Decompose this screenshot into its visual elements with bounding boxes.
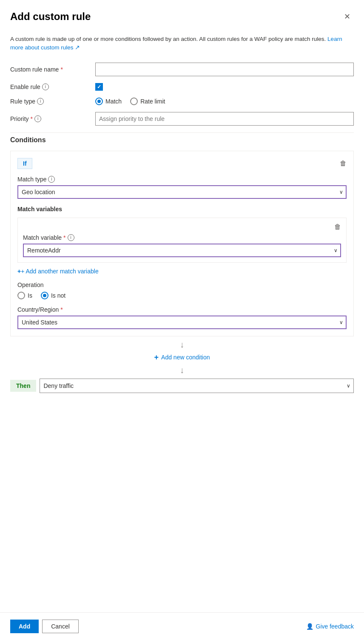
panel-title: Add custom rule: [10, 11, 91, 23]
panel-header: Add custom rule ✕: [0, 0, 364, 28]
feedback-person-icon: 👤: [306, 623, 313, 630]
panel-footer: Add Cancel 👤 Give feedback: [0, 612, 364, 640]
rule-type-options: Match Rate limit: [95, 98, 354, 105]
priority-input-wrap: [95, 112, 354, 126]
cancel-button[interactable]: Cancel: [42, 620, 79, 633]
then-row: Then Deny traffic Allow traffic Log Redi…: [10, 379, 354, 393]
footer-actions: Add Cancel: [10, 620, 79, 633]
is-radio-label: Is: [28, 292, 32, 299]
add-custom-rule-panel: Add custom rule ✕ A custom rule is made …: [0, 0, 364, 640]
enable-rule-row: Enable rule i: [10, 83, 354, 91]
match-variable-required: *: [63, 234, 65, 241]
panel-description: A custom rule is made up of one or more …: [10, 35, 354, 52]
add-button[interactable]: Add: [10, 620, 39, 633]
custom-rule-name-wrap: [95, 63, 354, 76]
external-link-icon: ↗: [75, 44, 80, 51]
is-radio-circle[interactable]: [17, 292, 25, 299]
operation-label: Operation: [17, 281, 347, 288]
is-not-radio-label: Is not: [51, 292, 65, 299]
rule-type-radio-group: Match Rate limit: [95, 98, 354, 105]
country-region-select[interactable]: United States Canada United Kingdom Germ…: [17, 316, 347, 329]
country-region-section: Country/Region * United States Canada Un…: [17, 306, 347, 329]
condition-header: If 🗑: [17, 158, 347, 169]
match-variable-select[interactable]: RemoteAddr RequestMethod QueryString Req…: [23, 244, 341, 257]
match-type-select[interactable]: Geo location IP address Request method R…: [17, 185, 347, 199]
then-action-select-wrapper: Deny traffic Allow traffic Log Redirect …: [40, 379, 354, 393]
enable-rule-checkbox[interactable]: [95, 83, 103, 91]
arrow-down-icon: ↓: [10, 340, 354, 350]
conditions-title: Conditions: [10, 136, 354, 144]
enable-rule-checkbox-wrap: [95, 83, 354, 91]
country-region-select-wrapper: United States Canada United Kingdom Germ…: [17, 316, 347, 329]
custom-rule-name-label: Custom rule name *: [10, 66, 95, 73]
operation-section: Operation Is Is not: [17, 281, 347, 299]
enable-rule-label: Enable rule i: [10, 83, 95, 90]
priority-info-icon: i: [34, 115, 41, 122]
panel-body: A custom rule is made up of one or more …: [0, 28, 364, 612]
match-variable-field-label: Match variable * i: [23, 234, 341, 241]
match-type-section: Match type i Geo location IP address Req…: [17, 176, 347, 199]
rate-limit-radio-label: Rate limit: [140, 98, 165, 105]
custom-rule-name-row: Custom rule name *: [10, 63, 354, 76]
priority-label: Priority * i: [10, 115, 95, 122]
rule-type-label: Rule type i: [10, 98, 95, 105]
condition-box: If 🗑 Match type i Geo location IP addres…: [10, 151, 354, 336]
match-radio-label: Match: [105, 98, 122, 105]
delete-match-variable-icon[interactable]: 🗑: [334, 223, 341, 231]
priority-row: Priority * i: [10, 112, 354, 126]
match-radio-circle[interactable]: [95, 98, 103, 105]
match-type-field-label: Match type i: [17, 176, 347, 183]
country-required: *: [60, 306, 63, 313]
then-badge: Then: [10, 380, 36, 392]
custom-rule-name-input[interactable]: [95, 63, 354, 76]
is-not-radio-circle[interactable]: [41, 292, 48, 299]
delete-condition-icon[interactable]: 🗑: [340, 160, 347, 167]
match-variables-title: Match variables: [17, 206, 347, 212]
priority-required-indicator: *: [31, 115, 33, 122]
feedback-label: Give feedback: [316, 623, 354, 630]
add-condition-label: Add new condition: [161, 354, 210, 361]
close-button[interactable]: ✕: [341, 10, 354, 23]
match-variable-box: 🗑 Match variable * i RemoteAddr RequestM…: [17, 218, 347, 263]
then-action-select[interactable]: Deny traffic Allow traffic Log Redirect: [40, 379, 354, 393]
add-variable-plus-icon: +: [17, 268, 21, 275]
enable-rule-info-icon: i: [42, 83, 49, 90]
give-feedback-link[interactable]: 👤 Give feedback: [306, 623, 354, 630]
rate-limit-radio-circle[interactable]: [130, 98, 138, 105]
if-badge: If: [17, 158, 32, 169]
rate-limit-radio-option[interactable]: Rate limit: [130, 98, 165, 105]
required-indicator: *: [60, 66, 63, 73]
form-divider: [10, 132, 354, 133]
arrow-down-2-icon: ↓: [10, 365, 354, 375]
is-not-radio-option[interactable]: Is not: [41, 292, 65, 299]
priority-input[interactable]: [95, 112, 354, 126]
rule-type-info-icon: i: [37, 98, 44, 105]
match-type-select-wrapper: Geo location IP address Request method R…: [17, 185, 347, 199]
is-radio-option[interactable]: Is: [17, 292, 32, 299]
operation-radio-group: Is Is not: [17, 292, 347, 299]
country-region-field-label: Country/Region *: [17, 306, 347, 313]
match-type-info-icon: i: [48, 176, 55, 183]
match-radio-option[interactable]: Match: [95, 98, 122, 105]
match-variable-info-icon: i: [68, 234, 74, 241]
add-condition-plus-icon: +: [154, 353, 159, 362]
rule-type-row: Rule type i Match Rate limit: [10, 98, 354, 105]
add-new-condition-button[interactable]: + Add new condition: [10, 353, 354, 362]
add-match-variable-link[interactable]: + + Add another match variable: [17, 268, 99, 275]
match-variable-select-wrapper: RemoteAddr RequestMethod QueryString Req…: [23, 244, 341, 257]
